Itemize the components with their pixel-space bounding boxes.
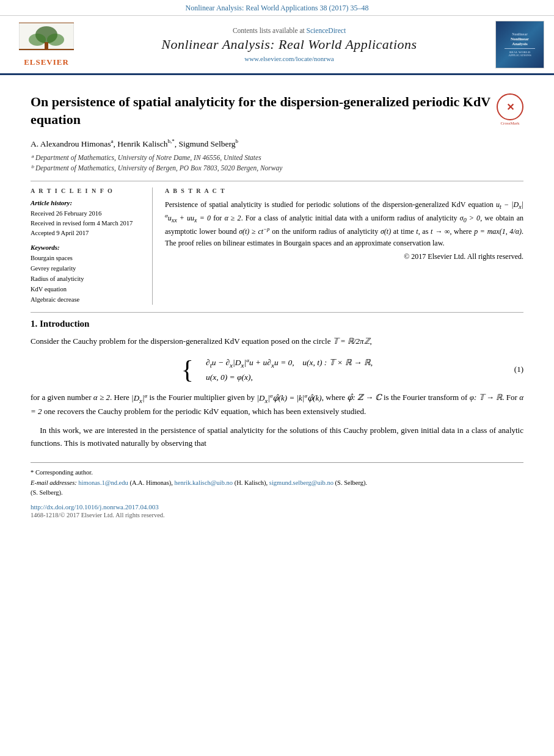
- intro-para-3: In this work, we are interested in the p…: [31, 424, 523, 450]
- abstract-label: A B S T R A C T: [165, 187, 523, 194]
- keyword-5: Algebraic decrease: [31, 295, 142, 305]
- journal-bar: Nonlinear Analysis: Real World Applicati…: [0, 0, 554, 16]
- elsevier-tree-icon: [19, 23, 74, 56]
- svg-point-3: [47, 34, 64, 46]
- affiliations: ᵃ Department of Mathematics, University …: [31, 153, 523, 174]
- article-info-col: A R T I C L E I N F O Article history: R…: [31, 187, 153, 305]
- journal-title-block: Contents lists available at ScienceDirec…: [90, 27, 488, 62]
- email-link-1[interactable]: himonas.1@nd.edu: [78, 479, 128, 486]
- keyword-1: Bourgain spaces: [31, 253, 142, 264]
- footnote-selberg: (S. Selberg).: [31, 488, 523, 498]
- footnotes: * Corresponding author. E-mail addresses…: [31, 462, 523, 518]
- email2-author: (H. Kalisch),: [235, 479, 268, 486]
- where-text: where: [454, 227, 472, 236]
- intro-para-2: for a given number α ≥ 2. Here |Dx|α is …: [31, 391, 523, 418]
- svg-rect-4: [45, 42, 48, 49]
- doi-line: http://dx.doi.org/10.1016/j.nonrwa.2017.…: [31, 503, 523, 511]
- equation-line-1: ∂tu − ∂x|Dx|αu + u∂xu = 0, u(x, t) : 𝕋 ×…: [206, 357, 373, 369]
- issn-copyright: 1468-1218/© 2017 Elsevier Ltd. All right…: [31, 512, 523, 518]
- crossmark-badge: ✕ CrossMark: [497, 93, 523, 120]
- footnote-emails: E-mail addresses: himonas.1@nd.edu (A.A.…: [31, 478, 523, 489]
- received-date: Received 26 February 2016: [31, 209, 142, 219]
- equation-lines: ∂tu − ∂x|Dx|αu + u∂xu = 0, u(x, t) : 𝕋 ×…: [206, 357, 373, 382]
- keyword-2: Gevrey regularity: [31, 264, 142, 274]
- equation-1-content: { ∂tu − ∂x|Dx|αu + u∂xu = 0, u(x, t) : 𝕋…: [181, 357, 373, 382]
- equation-brace: {: [181, 357, 194, 382]
- sciencedirect-line: Contents lists available at ScienceDirec…: [90, 27, 488, 34]
- body-content: 1. Introduction Consider the Cauchy prob…: [31, 319, 523, 449]
- elsevier-logo: ELSEVIER: [10, 23, 83, 67]
- keywords-label: Keywords:: [31, 244, 142, 251]
- elsevier-wordmark: ELSEVIER: [24, 57, 69, 67]
- email3-author: (S. Selberg).: [335, 479, 368, 486]
- affil-a-text: ᵃ Department of Mathematics, University …: [31, 153, 261, 163]
- abstract-text: Persistence of spatial analyticity is st…: [165, 199, 523, 249]
- journal-cover-image: Nonlinear NonlinearAnalysis REAL WORLDAP…: [495, 21, 544, 68]
- authors-line: A. Alexandrou Himonasa, Henrik Kalischb,…: [31, 138, 523, 149]
- paper-title: On persistence of spatial analyticity fo…: [31, 93, 490, 128]
- affil-b-text: ᵇ Department of Mathematics, University …: [31, 163, 282, 173]
- abstract-copyright: © 2017 Elsevier Ltd. All rights reserved…: [165, 252, 523, 261]
- journal-url: www.elsevier.com/locate/nonrwa: [90, 55, 488, 62]
- footnote-corresponding: * Corresponding author.: [31, 468, 523, 478]
- section-1-heading: 1. Introduction: [31, 319, 523, 329]
- equation-number-1: (1): [514, 365, 523, 374]
- main-content: On persistence of spatial analyticity fo…: [0, 75, 554, 531]
- svg-point-2: [29, 34, 46, 46]
- equation-line-2: u(x, 0) = φ(x),: [206, 373, 373, 382]
- article-info-label: A R T I C L E I N F O: [31, 187, 142, 194]
- keyword-3: Radius of analyticity: [31, 274, 142, 285]
- divider-1: [31, 181, 523, 181]
- divider-2: [31, 312, 523, 313]
- paper-title-section: On persistence of spatial analyticity fo…: [31, 93, 523, 128]
- email-label: E-mail addresses:: [31, 479, 77, 486]
- equation-1-block: { ∂tu − ∂x|Dx|αu + u∂xu = 0, u(x, t) : 𝕋…: [31, 357, 523, 382]
- email1-author: (A.A. Himonas),: [129, 479, 173, 486]
- journal-reference: Nonlinear Analysis: Real World Applicati…: [186, 4, 369, 12]
- abstract-col: A B S T R A C T Persistence of spatial a…: [165, 187, 523, 305]
- revised-date: Received in revised form 4 March 2017: [31, 219, 142, 228]
- sciencedirect-link[interactable]: ScienceDirect: [307, 27, 346, 34]
- history-label: Article history:: [31, 199, 142, 206]
- email-link-3[interactable]: sigmund.selberg@uib.no: [269, 479, 333, 486]
- keyword-4: KdV equation: [31, 285, 142, 295]
- email-link-2[interactable]: henrik.kalisch@uib.no: [175, 479, 233, 486]
- affiliation-a: ᵃ Department of Mathematics, University …: [31, 153, 523, 163]
- info-abstract-columns: A R T I C L E I N F O Article history: R…: [31, 187, 523, 305]
- affiliation-b: ᵇ Department of Mathematics, University …: [31, 163, 523, 173]
- intro-para-1: Consider the Cauchy problem for the disp…: [31, 335, 523, 348]
- journal-header: ELSEVIER Contents lists available at Sci…: [0, 16, 554, 75]
- doi-link[interactable]: http://dx.doi.org/10.1016/j.nonrwa.2017.…: [31, 503, 159, 511]
- journal-main-title: Nonlinear Analysis: Real World Applicati…: [90, 37, 488, 53]
- accepted-date: Accepted 9 April 2017: [31, 228, 142, 238]
